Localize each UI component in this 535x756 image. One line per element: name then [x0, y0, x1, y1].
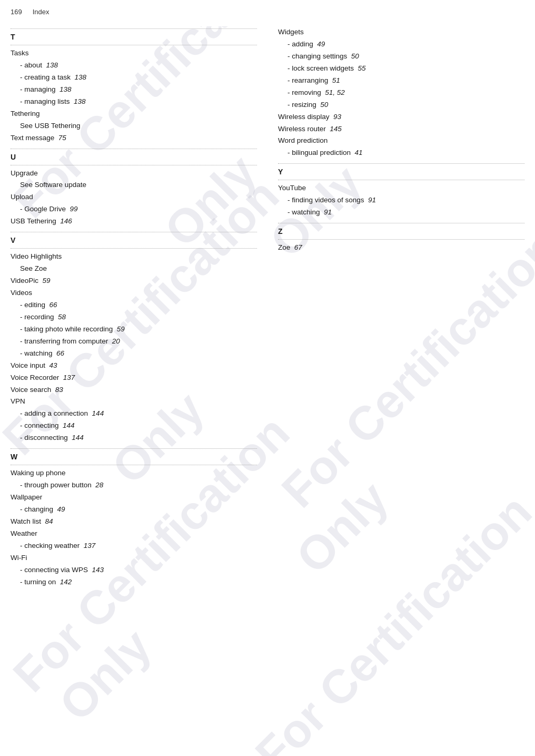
entry-wifi: Wi-Fi - connecting via WPS 143 - turning…: [11, 552, 257, 588]
video-highlights-note: See Zoe: [11, 263, 257, 275]
entry-zoe: Zoe 67: [278, 242, 524, 254]
divider-u-top: [11, 149, 257, 149]
term-zoe: Zoe 67: [278, 243, 302, 251]
term-voice-search: Voice search 83: [11, 386, 63, 394]
term-videos: Videos: [11, 289, 32, 297]
entry-wireless-display: Wireless display 93: [278, 111, 524, 123]
divider-y-top: [278, 163, 524, 164]
sub-tasks-managing-lists: - managing lists 138: [11, 96, 257, 108]
entry-weather: Weather - checking weather 137: [11, 528, 257, 552]
sub-youtube-finding-videos: - finding videos of songs 91: [278, 194, 524, 207]
entry-wireless-router: Wireless router 145: [278, 123, 524, 135]
section-letter-t: T: [11, 31, 257, 43]
section-letter-y: Y: [278, 166, 524, 178]
sub-widgets-lock-screen: - lock screen widgets 55: [278, 63, 524, 75]
sub-wifi-turning-on: - turning on 142: [11, 576, 257, 588]
sub-videos-watching: - watching 66: [11, 348, 257, 360]
sub-widgets-rearranging: - rearranging 51: [278, 75, 524, 87]
entry-usb-tethering: USB Tethering 146: [11, 215, 257, 228]
section-v: V Video Highlights See Zoe VideoPic 59 V…: [11, 232, 257, 444]
right-column: Widgets - adding 49 - changing settings …: [268, 26, 524, 593]
section-u: U Upgrade See Software update Upload - G…: [11, 149, 257, 228]
divider-z-top: [278, 223, 524, 223]
tethering-note: See USB Tethering: [11, 120, 257, 132]
section-letter-v: V: [11, 234, 257, 246]
term-widgets: Widgets: [278, 28, 304, 36]
entry-word-prediction: Word prediction - bilingual prediction 4…: [278, 135, 524, 159]
term-usb-tethering: USB Tethering 146: [11, 217, 72, 225]
sub-word-prediction-bilingual: - bilingual prediction 41: [278, 147, 524, 159]
entry-voice-input: Voice input 43: [11, 360, 257, 372]
entry-vpn: VPN - adding a connection 144 - connecti…: [11, 396, 257, 444]
sub-tasks-managing: - managing 138: [11, 84, 257, 96]
sub-videos-transferring: - transferring from computer 20: [11, 336, 257, 348]
divider-v-bottom: [11, 248, 257, 249]
divider-z-bottom: [278, 239, 524, 240]
sub-videos-editing: - editing 66: [11, 299, 257, 311]
sub-weather-checking: - checking weather 137: [11, 540, 257, 552]
section-t: T Tasks - about 138 - creating a task 13…: [11, 28, 257, 144]
sub-videos-taking-photo: - taking photo while recording 59: [11, 323, 257, 336]
section-z: Z Zoe 67: [278, 223, 524, 254]
term-waking-up-phone: Waking up phone: [11, 469, 66, 477]
entry-tasks: Tasks - about 138 - creating a task 138 …: [11, 47, 257, 108]
left-column: T Tasks - about 138 - creating a task 13…: [11, 26, 268, 593]
sub-widgets-adding: - adding 49: [278, 38, 524, 51]
section-w: W Waking up phone - through power button…: [11, 448, 257, 588]
entry-voice-search: Voice search 83: [11, 384, 257, 396]
sub-widgets-removing: - removing 51, 52: [278, 87, 524, 99]
sub-tasks-about: - about 138: [11, 60, 257, 72]
sub-youtube-watching: - watching 91: [278, 207, 524, 219]
term-voice-input: Voice input 43: [11, 361, 57, 369]
section-letter-w: W: [11, 451, 257, 463]
page-header: 169 Index: [0, 5, 535, 18]
sub-widgets-changing-settings: - changing settings 50: [278, 51, 524, 63]
term-video-highlights: Video Highlights: [11, 252, 62, 260]
divider-u-bottom: [11, 165, 257, 165]
sub-waking-power-button: - through power button 28: [11, 479, 257, 492]
term-wifi: Wi-Fi: [11, 554, 27, 562]
page-number: 169: [11, 8, 22, 16]
term-weather: Weather: [11, 529, 37, 537]
entry-videos: Videos - editing 66 - recording 58 - tak…: [11, 287, 257, 360]
sub-vpn-disconnecting: - disconnecting 144: [11, 432, 257, 444]
term-upload: Upload: [11, 193, 33, 201]
term-wireless-display: Wireless display 93: [278, 113, 341, 121]
section-widgets: Widgets - adding 49 - changing settings …: [278, 26, 524, 159]
sub-videos-recording: - recording 58: [11, 311, 257, 323]
sub-wallpaper-changing: - changing 49: [11, 504, 257, 516]
section-letter-z: Z: [278, 225, 524, 237]
term-watch-list: Watch list 84: [11, 517, 53, 525]
term-tethering: Tethering: [11, 110, 40, 117]
sub-vpn-connecting: - connecting 144: [11, 420, 257, 432]
term-wallpaper: Wallpaper: [11, 493, 42, 501]
entry-videopic: VideoPic 59: [11, 275, 257, 287]
entry-waking-up-phone: Waking up phone - through power button 2…: [11, 467, 257, 492]
term-vpn: VPN: [11, 397, 25, 405]
sub-wifi-wps: - connecting via WPS 143: [11, 564, 257, 576]
entry-wallpaper: Wallpaper - changing 49: [11, 492, 257, 516]
term-word-prediction: Word prediction: [278, 136, 328, 144]
upgrade-note: See Software update: [11, 179, 257, 191]
divider-y-bottom: [278, 180, 524, 180]
term-text-message: Text message 75: [11, 134, 66, 142]
entry-upload: Upload - Google Drive 99: [11, 191, 257, 215]
term-tasks: Tasks: [11, 49, 29, 57]
entry-youtube: YouTube - finding videos of songs 91 - w…: [278, 182, 524, 219]
divider-w-top: [11, 448, 257, 449]
entry-upgrade: Upgrade See Software update: [11, 168, 257, 192]
term-upgrade: Upgrade: [11, 169, 38, 177]
divider-t-top: [11, 28, 257, 29]
divider-t-bottom: [11, 45, 257, 45]
sub-tasks-creating: - creating a task 138: [11, 72, 257, 84]
term-videopic: VideoPic 59: [11, 277, 51, 284]
sub-widgets-resizing: - resizing 50: [278, 99, 524, 111]
section-y: Y YouTube - finding videos of songs 91 -…: [278, 163, 524, 219]
divider-w-bottom: [11, 465, 257, 465]
entry-widgets: Widgets - adding 49 - changing settings …: [278, 26, 524, 111]
term-wireless-router: Wireless router 145: [278, 125, 342, 133]
sub-upload-google-drive: - Google Drive 99: [11, 203, 257, 215]
divider-v-top: [11, 232, 257, 232]
section-letter-u: U: [11, 151, 257, 163]
sub-vpn-adding: - adding a connection 144: [11, 408, 257, 420]
